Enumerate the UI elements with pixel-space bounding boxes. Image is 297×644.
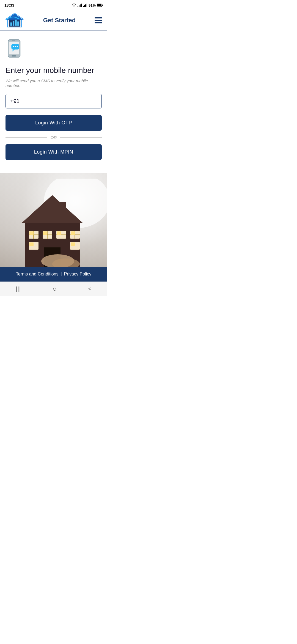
- home-button[interactable]: ○: [53, 285, 57, 293]
- svg-rect-50: [71, 231, 75, 235]
- hamburger-menu[interactable]: [95, 17, 102, 23]
- svg-rect-31: [59, 202, 66, 216]
- house-image: [0, 173, 107, 267]
- svg-rect-1: [79, 5, 79, 7]
- login-mpin-button[interactable]: Login With MPIN: [6, 144, 102, 160]
- footer-separator: |: [61, 272, 62, 277]
- svg-point-26: [15, 46, 16, 47]
- phone-sms-illustration: [6, 38, 28, 60]
- or-line-right: [60, 137, 102, 138]
- svg-rect-51: [29, 242, 34, 246]
- svg-rect-7: [86, 4, 87, 7]
- status-time: 13:33: [4, 3, 14, 7]
- status-right: 91%: [72, 3, 103, 7]
- hamburger-line-2: [95, 20, 102, 21]
- svg-point-22: [13, 40, 15, 41]
- app-header: Get Started: [0, 10, 107, 31]
- svg-rect-47: [29, 231, 34, 235]
- main-heading: Enter your mobile number: [6, 66, 102, 75]
- or-divider: OR: [6, 135, 102, 140]
- subtitle: We will send you a SMS to verify your mo…: [6, 78, 102, 88]
- svg-rect-13: [13, 21, 14, 26]
- svg-rect-48: [43, 231, 47, 235]
- svg-rect-15: [17, 21, 19, 26]
- or-text: OR: [51, 135, 57, 140]
- back-button[interactable]: <: [88, 286, 92, 292]
- footer: Terms and Conditions | Privacy Policy: [0, 267, 107, 282]
- privacy-link[interactable]: Privacy Policy: [64, 272, 92, 277]
- status-icons: 91%: [72, 3, 103, 7]
- svg-rect-4: [83, 6, 84, 7]
- svg-rect-6: [85, 4, 86, 7]
- signal-icon-2: [83, 3, 87, 7]
- svg-rect-20: [12, 55, 16, 56]
- svg-rect-12: [10, 23, 12, 26]
- status-bar: 13:33 91%: [0, 0, 107, 10]
- svg-point-21: [12, 40, 13, 41]
- svg-rect-5: [84, 5, 85, 7]
- signal-icon: [78, 3, 82, 7]
- bottom-nav: ||| ○ <: [0, 282, 107, 296]
- svg-rect-0: [78, 6, 78, 7]
- hamburger-line-1: [95, 17, 102, 18]
- mobile-input-container[interactable]: [6, 94, 102, 108]
- svg-rect-10: [102, 5, 103, 6]
- svg-rect-49: [57, 231, 61, 235]
- login-otp-button[interactable]: Login With OTP: [6, 115, 102, 131]
- svg-rect-14: [15, 20, 17, 26]
- hamburger-line-3: [95, 22, 102, 23]
- app-logo-icon: [5, 13, 24, 28]
- recent-apps-button[interactable]: |||: [16, 286, 21, 292]
- main-content: Enter your mobile number We will send yo…: [0, 31, 107, 173]
- mobile-input[interactable]: [10, 98, 97, 104]
- battery-percent: 91%: [89, 3, 96, 7]
- logo: [5, 13, 24, 28]
- svg-rect-2: [80, 4, 81, 7]
- terms-link[interactable]: Terms and Conditions: [16, 272, 59, 277]
- phone-sms-icon: [6, 38, 102, 61]
- or-line-left: [6, 137, 47, 138]
- house-silhouette: [0, 179, 107, 267]
- svg-point-27: [16, 46, 18, 47]
- wifi-icon: [72, 3, 76, 7]
- svg-rect-52: [71, 242, 75, 246]
- svg-point-25: [13, 46, 14, 47]
- header-title: Get Started: [43, 17, 76, 24]
- svg-marker-16: [6, 13, 23, 20]
- svg-rect-3: [81, 4, 82, 7]
- svg-rect-9: [97, 4, 101, 6]
- battery-icon: [97, 4, 103, 7]
